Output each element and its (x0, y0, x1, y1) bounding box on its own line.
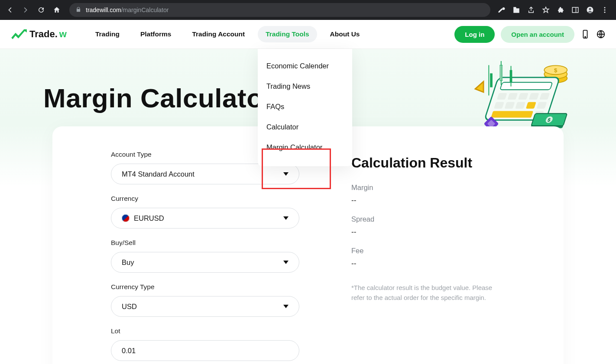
svg-marker-32 (475, 81, 483, 92)
input-lot[interactable] (111, 340, 299, 361)
result-spread-label: Spread (351, 215, 507, 223)
svg-rect-29 (501, 61, 502, 85)
home-button[interactable] (51, 4, 62, 16)
svg-rect-26 (490, 73, 493, 87)
select-value: EURUSD (122, 214, 164, 222)
translate-icon[interactable] (512, 6, 521, 14)
field-currency: Currency EURUSD (111, 195, 299, 229)
dropdown-faqs[interactable]: FAQs (258, 97, 352, 117)
currency-value-text: EURUSD (134, 214, 164, 222)
label-currency-type: Currency Type (111, 283, 299, 291)
result-disclaimer: *The calculator result is the budget val… (351, 283, 507, 303)
menu-icon[interactable] (600, 6, 609, 14)
select-currency-type[interactable]: USD (111, 296, 299, 317)
share-icon[interactable] (527, 6, 535, 14)
caret-down-icon (283, 261, 289, 264)
result-margin-label: Margin (351, 184, 507, 192)
logo-suffix: w (59, 29, 67, 40)
svg-point-4 (604, 12, 606, 13)
dropdown-margin-calculator[interactable]: Margin Calculator (258, 137, 352, 158)
result-fee-value: -- (351, 259, 507, 268)
result-margin-value: -- (351, 196, 507, 205)
result-spread-value: -- (351, 228, 507, 236)
select-value: Buy (122, 258, 134, 267)
nav-trading-tools[interactable]: Trading Tools (258, 26, 317, 42)
logo-text: Trade. (29, 29, 58, 40)
caret-down-icon (283, 305, 289, 308)
site-header: Trade.w Trading Platforms Trading Accoun… (0, 20, 616, 49)
form-column: Account Type MT4 Standard Account Curren… (111, 151, 299, 364)
dropdown-economic-calender[interactable]: Economic Calender (258, 56, 352, 76)
svg-rect-13 (500, 82, 552, 90)
forward-button[interactable] (20, 4, 31, 16)
lock-icon (75, 6, 81, 14)
select-value: MT4 Standard Account (122, 170, 195, 178)
open-account-button[interactable]: Open an account (501, 26, 574, 43)
field-buy-sell: Buy/Sell Buy (111, 239, 299, 273)
svg-rect-27 (488, 65, 489, 95)
star-icon[interactable] (541, 6, 550, 14)
label-buy-sell: Buy/Sell (111, 239, 299, 247)
login-button[interactable]: Log in (454, 26, 495, 43)
header-right: Log in Open an account (454, 26, 606, 43)
select-buy-sell[interactable]: Buy (111, 252, 299, 273)
dropdown-trading-news[interactable]: Trading News (258, 76, 352, 97)
browser-chrome: tradewill.com/marginCalculator (0, 0, 616, 20)
svg-rect-31 (511, 66, 512, 86)
logo-icon (10, 29, 28, 40)
svg-point-1 (589, 8, 591, 10)
profile-icon[interactable] (586, 6, 594, 14)
svg-point-3 (604, 10, 606, 11)
nav-trading[interactable]: Trading (88, 26, 127, 42)
select-value: USD (122, 303, 137, 311)
svg-point-6 (585, 37, 586, 38)
label-currency: Currency (111, 195, 299, 203)
globe-icon[interactable] (596, 29, 606, 39)
result-fee-label: Fee (351, 247, 507, 255)
panel-icon[interactable] (571, 6, 580, 14)
back-button[interactable] (4, 4, 16, 16)
svg-point-2 (604, 7, 606, 8)
svg-text:$: $ (554, 67, 558, 74)
currency-flag-icon (122, 214, 130, 222)
field-currency-type: Currency Type USD (111, 283, 299, 317)
dropdown-calculator[interactable]: Calculator (258, 117, 352, 137)
svg-rect-25 (491, 111, 533, 118)
result-title: Calculation Result (351, 154, 507, 171)
select-currency[interactable]: EURUSD (111, 208, 299, 229)
nav-about-us[interactable]: About Us (322, 26, 368, 42)
field-lot: Lot (111, 327, 299, 361)
logo[interactable]: Trade.w (10, 29, 67, 40)
extensions-icon[interactable] (556, 6, 565, 14)
nav-platforms[interactable]: Platforms (133, 26, 179, 42)
caret-down-icon (283, 216, 289, 220)
main-nav: Trading Platforms Trading Account Tradin… (88, 26, 368, 42)
label-lot: Lot (111, 327, 299, 335)
address-bar[interactable]: tradewill.com/marginCalculator (69, 3, 490, 17)
select-account-type[interactable]: MT4 Standard Account (111, 164, 299, 184)
nav-trading-account[interactable]: Trading Account (184, 26, 253, 42)
reload-button[interactable] (36, 4, 47, 16)
url-text: tradewill.com/marginCalculator (86, 6, 169, 13)
mobile-icon[interactable] (580, 29, 590, 39)
trading-tools-dropdown: Economic Calender Trading News FAQs Calc… (258, 49, 352, 166)
caret-down-icon (283, 172, 289, 176)
chrome-right-icons (497, 6, 612, 14)
key-icon[interactable] (497, 6, 506, 14)
result-column: Calculation Result Margin -- Spread -- F… (351, 151, 507, 364)
